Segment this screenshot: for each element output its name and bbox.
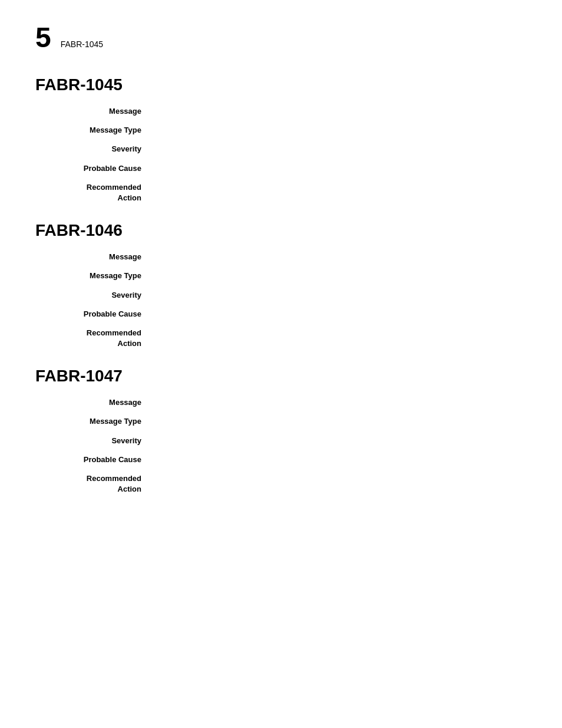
field-value-fabr-1045-2 — [153, 144, 527, 154]
field-row-fabr-1045-2: Severity — [35, 144, 527, 154]
field-label-fabr-1047-0: Message — [47, 397, 153, 408]
field-row-fabr-1045-4: RecommendedAction — [35, 182, 527, 203]
field-label-fabr-1047-3: Probable Cause — [47, 454, 153, 465]
section-fabr-1045: FABR-1045MessageMessage TypeSeverityProb… — [35, 75, 527, 203]
field-label-fabr-1045-0: Message — [47, 106, 153, 117]
section-title-fabr-1046: FABR-1046 — [35, 221, 527, 240]
field-label-fabr-1045-1: Message Type — [47, 125, 153, 136]
field-row-fabr-1045-1: Message Type — [35, 125, 527, 136]
field-value-fabr-1046-3 — [153, 309, 527, 319]
field-value-fabr-1047-3 — [153, 454, 527, 465]
field-value-fabr-1047-2 — [153, 436, 527, 446]
field-row-fabr-1047-2: Severity — [35, 436, 527, 446]
field-label-fabr-1046-1: Message Type — [47, 271, 153, 281]
field-label-fabr-1047-1: Message Type — [47, 416, 153, 427]
field-value-fabr-1047-1 — [153, 416, 527, 427]
field-label-fabr-1046-3: Probable Cause — [47, 309, 153, 319]
field-value-fabr-1046-4 — [153, 328, 527, 349]
field-label-fabr-1046-0: Message — [47, 252, 153, 262]
field-label-fabr-1046-4: RecommendedAction — [47, 328, 153, 349]
field-value-fabr-1047-0 — [153, 397, 527, 408]
field-value-fabr-1045-3 — [153, 163, 527, 174]
field-row-fabr-1046-1: Message Type — [35, 271, 527, 281]
field-row-fabr-1046-3: Probable Cause — [35, 309, 527, 319]
field-row-fabr-1046-0: Message — [35, 252, 527, 262]
field-label-fabr-1047-2: Severity — [47, 436, 153, 446]
section-title-fabr-1045: FABR-1045 — [35, 75, 527, 94]
field-label-fabr-1045-3: Probable Cause — [47, 163, 153, 174]
field-value-fabr-1045-4 — [153, 182, 527, 203]
field-value-fabr-1045-1 — [153, 125, 527, 136]
field-label-fabr-1045-2: Severity — [47, 144, 153, 154]
section-fabr-1046: FABR-1046MessageMessage TypeSeverityProb… — [35, 221, 527, 349]
page-title-small: FABR-1045 — [61, 39, 103, 49]
field-row-fabr-1047-4: RecommendedAction — [35, 473, 527, 495]
page-number: 5 — [35, 24, 51, 52]
field-value-fabr-1047-4 — [153, 473, 527, 495]
section-fabr-1047: FABR-1047MessageMessage TypeSeverityProb… — [35, 367, 527, 495]
page-header: 5 FABR-1045 — [35, 24, 527, 52]
field-label-fabr-1045-4: RecommendedAction — [47, 182, 153, 203]
sections-container: FABR-1045MessageMessage TypeSeverityProb… — [35, 75, 527, 495]
field-value-fabr-1046-0 — [153, 252, 527, 262]
field-row-fabr-1045-3: Probable Cause — [35, 163, 527, 174]
field-row-fabr-1047-1: Message Type — [35, 416, 527, 427]
field-label-fabr-1046-2: Severity — [47, 290, 153, 301]
field-label-fabr-1047-4: RecommendedAction — [47, 473, 153, 495]
field-row-fabr-1047-3: Probable Cause — [35, 454, 527, 465]
field-row-fabr-1046-4: RecommendedAction — [35, 328, 527, 349]
field-value-fabr-1046-1 — [153, 271, 527, 281]
section-title-fabr-1047: FABR-1047 — [35, 367, 527, 386]
field-row-fabr-1046-2: Severity — [35, 290, 527, 301]
field-value-fabr-1045-0 — [153, 106, 527, 117]
field-row-fabr-1047-0: Message — [35, 397, 527, 408]
field-value-fabr-1046-2 — [153, 290, 527, 301]
field-row-fabr-1045-0: Message — [35, 106, 527, 117]
